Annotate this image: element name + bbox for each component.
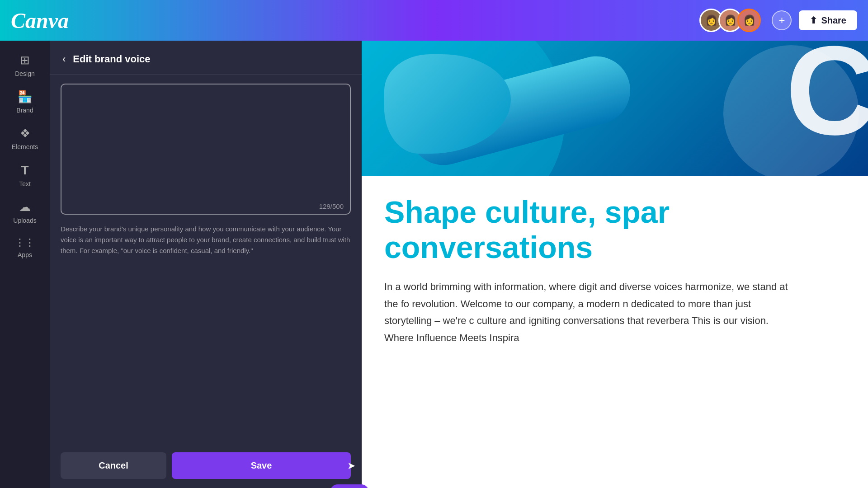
sidebar-item-text[interactable]: T Text [0,158,50,193]
collaborator-avatars: 👩 👩 👩 [699,9,761,32]
save-button-wrapper: Save ➤ Amara [172,452,351,479]
cancel-button[interactable]: Cancel [61,452,166,479]
sidebar-item-apps[interactable]: ⋮⋮ Apps [0,231,50,264]
sidebar-label-apps: Apps [18,251,32,258]
sidebar-label-brand: Brand [16,107,33,114]
share-button[interactable]: ⬆ Share [799,10,857,30]
panel-title: Edit brand voice [73,53,150,65]
sidebar-item-uploads[interactable]: ☁ Uploads [0,195,50,230]
header-right: 👩 👩 👩 + ⬆ Share [699,9,857,32]
apps-icon: ⋮⋮ [15,237,35,249]
sidebar-label-design: Design [15,70,35,77]
canvas-content: C Shape culture, spar conversations In a… [362,41,868,488]
canva-logo: Canva [11,8,69,33]
sidebar-item-elements[interactable]: ❖ Elements [0,121,50,156]
share-label: Share [821,15,846,26]
design-icon: ⊞ [20,53,30,67]
sidebar-item-brand[interactable]: 🏪 Brand [0,84,50,119]
panel-footer: Cancel Save ➤ Amara [50,443,362,488]
panel-header: ‹ Edit brand voice [50,41,362,75]
sidebar-label-text: Text [19,180,31,188]
save-button[interactable]: Save [172,452,351,479]
main-content: ⊞ Design 🏪 Brand ❖ Elements T Text ☁ Upl… [0,41,868,488]
brand-voice-container: 129/500 [61,84,351,216]
add-collaborator-button[interactable]: + [772,10,792,30]
app-header: Canva 👩 👩 👩 + ⬆ Share [0,0,868,41]
text-icon: T [21,163,28,178]
brand-voice-textarea[interactable] [61,84,351,215]
uploads-icon: ☁ [19,200,31,214]
share-icon: ⬆ [810,15,817,26]
edit-panel: ‹ Edit brand voice 129/500 Describe your… [50,41,362,488]
canvas-body: Shape culture, spar conversations In a w… [362,176,868,488]
sidebar-label-elements: Elements [12,143,38,150]
sidebar-label-uploads: Uploads [13,217,36,224]
body-text: In a world brimming with information, wh… [384,278,791,346]
sidebar-item-design[interactable]: ⊞ Design [0,48,50,83]
sidebar: ⊞ Design 🏪 Brand ❖ Elements T Text ☁ Upl… [0,41,50,488]
canvas-header-image: C [362,41,868,176]
brand-icon: 🏪 [18,90,32,104]
char-count: 129/500 [319,202,344,210]
tooltip-amara: Amara [330,484,369,488]
description-text: Describe your brand's unique personality… [50,224,362,256]
cursor-icon: ➤ [347,460,355,472]
main-headline: Shape culture, spar conversations [384,194,845,265]
elements-icon: ❖ [20,127,30,141]
back-button[interactable]: ‹ [61,52,67,67]
avatar-3: 👩 [737,9,761,32]
big-letter-c: C [786,41,868,154]
canvas-area: C Shape culture, spar conversations In a… [362,41,868,488]
